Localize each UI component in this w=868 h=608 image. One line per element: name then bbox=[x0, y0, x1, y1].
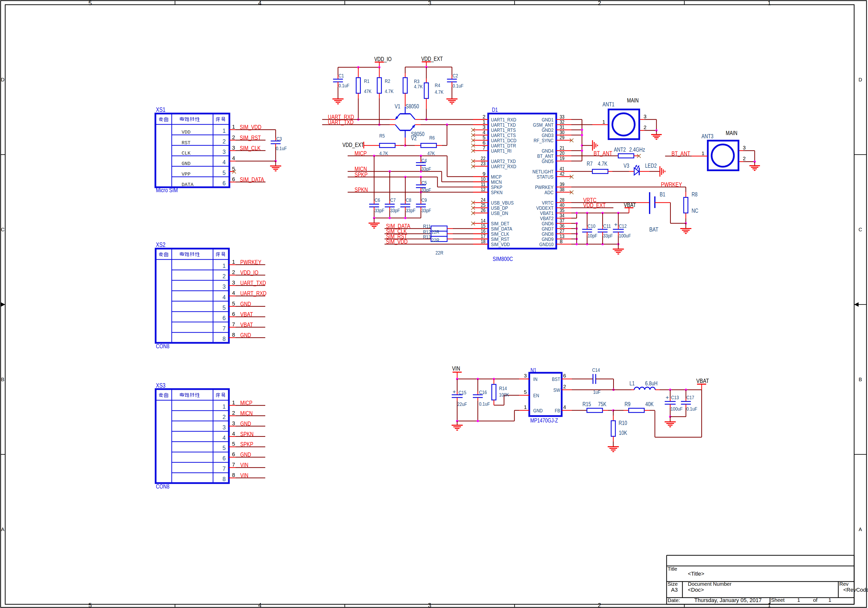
svg-text:GND1: GND1 bbox=[542, 117, 553, 122]
svg-text:14: 14 bbox=[481, 218, 485, 223]
svg-text:GND7: GND7 bbox=[542, 226, 553, 232]
svg-text:VBAT: VBAT bbox=[696, 377, 709, 384]
svg-text:BAT: BAT bbox=[649, 226, 659, 233]
svg-text:GND: GND bbox=[533, 408, 542, 413]
svg-text:1: 1 bbox=[232, 124, 235, 130]
svg-text:V3: V3 bbox=[623, 162, 629, 169]
svg-text:SPKP: SPKP bbox=[355, 171, 368, 178]
svg-text:5: 5 bbox=[232, 441, 235, 447]
svg-text:VIN: VIN bbox=[240, 461, 248, 468]
svg-text:2: 2 bbox=[232, 410, 235, 416]
svg-text:0.1uF: 0.1uF bbox=[479, 401, 490, 407]
svg-text:18: 18 bbox=[481, 238, 485, 244]
svg-text:4: 4 bbox=[232, 431, 235, 437]
svg-text:VBAT: VBAT bbox=[624, 202, 636, 208]
svg-text:C8: C8 bbox=[406, 197, 411, 203]
svg-text:UART1_RI: UART1_RI bbox=[491, 148, 512, 154]
svg-text:8: 8 bbox=[232, 332, 235, 338]
svg-text:C17: C17 bbox=[687, 395, 694, 400]
svg-text:5: 5 bbox=[222, 445, 226, 451]
svg-text:40: 40 bbox=[560, 202, 564, 208]
svg-text:10: 10 bbox=[481, 176, 485, 182]
svg-text:35: 35 bbox=[560, 207, 564, 213]
svg-text:1: 1 bbox=[767, 602, 771, 608]
svg-text:<Title>: <Title> bbox=[688, 571, 704, 577]
svg-text:C16: C16 bbox=[479, 389, 487, 395]
svg-text:8: 8 bbox=[222, 336, 226, 342]
svg-text:5: 5 bbox=[222, 305, 226, 311]
svg-text:1: 1 bbox=[482, 119, 485, 125]
svg-text:6.8uH: 6.8uH bbox=[645, 380, 657, 387]
svg-text:40K: 40K bbox=[645, 401, 654, 407]
svg-text:33pF: 33pF bbox=[390, 207, 400, 213]
svg-text:R2: R2 bbox=[385, 78, 390, 84]
svg-text:SIM_CLK: SIM_CLK bbox=[240, 145, 260, 152]
svg-text:SW: SW bbox=[553, 387, 560, 393]
svg-text:4.7K: 4.7K bbox=[385, 88, 394, 94]
svg-text:C9: C9 bbox=[422, 197, 427, 203]
svg-text:6: 6 bbox=[222, 315, 226, 321]
svg-text:GND6: GND6 bbox=[542, 221, 553, 226]
svg-text:UART_TXD: UART_TXD bbox=[240, 280, 266, 286]
svg-text:VDD_EXT: VDD_EXT bbox=[583, 202, 606, 209]
svg-text:+: + bbox=[453, 388, 456, 395]
svg-text:100K: 100K bbox=[499, 392, 509, 398]
svg-text:42: 42 bbox=[560, 171, 564, 176]
svg-text:33pF: 33pF bbox=[422, 166, 431, 172]
svg-text:VDD_EXT: VDD_EXT bbox=[343, 142, 364, 148]
svg-text:N1: N1 bbox=[530, 367, 536, 373]
svg-text:4.7K: 4.7K bbox=[435, 89, 443, 95]
svg-text:VDD_IO: VDD_IO bbox=[374, 56, 392, 62]
svg-text:5: 5 bbox=[524, 389, 527, 395]
svg-text:7: 7 bbox=[222, 466, 226, 472]
svg-text:NC: NC bbox=[691, 207, 698, 214]
svg-text:V2: V2 bbox=[411, 135, 417, 141]
svg-text:GND: GND bbox=[181, 161, 191, 167]
svg-text:VDD_EXT: VDD_EXT bbox=[422, 56, 443, 62]
svg-text:C: C bbox=[1, 227, 5, 232]
svg-text:C3: C3 bbox=[276, 136, 282, 141]
svg-text:5: 5 bbox=[88, 602, 91, 608]
svg-text:1: 1 bbox=[222, 128, 226, 134]
svg-text:1: 1 bbox=[602, 119, 605, 125]
svg-text:IN: IN bbox=[533, 376, 538, 382]
svg-text:C14: C14 bbox=[592, 367, 600, 373]
svg-text:38: 38 bbox=[560, 187, 564, 192]
svg-text:SIM800C: SIM800C bbox=[493, 255, 513, 262]
svg-text:D: D bbox=[859, 77, 862, 82]
svg-text:R10: R10 bbox=[618, 420, 627, 426]
svg-text:13: 13 bbox=[560, 233, 564, 239]
svg-text:27: 27 bbox=[560, 228, 564, 234]
svg-text:VDD_IO: VDD_IO bbox=[240, 269, 258, 276]
svg-text:1: 1 bbox=[232, 259, 235, 265]
svg-text:R3: R3 bbox=[414, 79, 419, 84]
svg-text:NETLIGHT: NETLIGHT bbox=[532, 169, 553, 174]
svg-text:2: 2 bbox=[643, 124, 646, 130]
svg-text:L1: L1 bbox=[629, 380, 635, 387]
svg-text:PWRKEY: PWRKEY bbox=[240, 259, 261, 265]
svg-text:9: 9 bbox=[482, 171, 485, 176]
svg-text:4: 4 bbox=[232, 155, 235, 161]
svg-text:C4: C4 bbox=[422, 158, 427, 163]
svg-text:GND8: GND8 bbox=[542, 231, 553, 237]
svg-text:GND2: GND2 bbox=[542, 127, 553, 133]
svg-text:C12: C12 bbox=[619, 223, 627, 229]
svg-text:6: 6 bbox=[222, 180, 226, 187]
svg-text:5: 5 bbox=[222, 170, 226, 176]
svg-text:VDDEXT: VDDEXT bbox=[536, 205, 553, 211]
svg-text:6: 6 bbox=[232, 451, 235, 457]
svg-text:3: 3 bbox=[428, 602, 431, 608]
svg-text:MICP: MICP bbox=[355, 150, 367, 156]
svg-text:3: 3 bbox=[222, 424, 226, 431]
svg-text:33pF: 33pF bbox=[422, 207, 431, 213]
svg-text:2: 2 bbox=[222, 138, 226, 145]
svg-text:47K: 47K bbox=[364, 88, 372, 94]
svg-text:1: 1 bbox=[232, 399, 235, 406]
svg-text:MICN: MICN bbox=[240, 410, 253, 416]
svg-text:GND: GND bbox=[240, 300, 251, 307]
svg-text:CON8: CON8 bbox=[156, 343, 169, 350]
svg-text:of: of bbox=[813, 597, 817, 603]
svg-text:VDD: VDD bbox=[181, 129, 191, 135]
svg-text:Date:: Date: bbox=[668, 597, 680, 603]
svg-text:C: C bbox=[859, 227, 862, 232]
